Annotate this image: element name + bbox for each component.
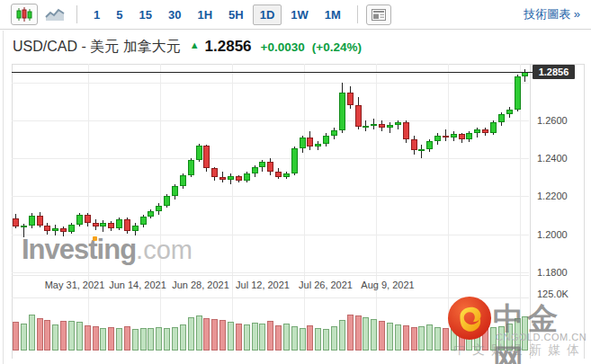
volume-bar <box>148 328 154 351</box>
horizontal-gridline <box>12 83 529 84</box>
candlestick <box>307 138 313 147</box>
candlestick <box>29 216 35 226</box>
investing-watermark-dot <box>93 236 97 241</box>
volume-bar <box>52 324 58 351</box>
candlestick <box>300 138 306 149</box>
volume-bar <box>21 324 27 351</box>
candlestick <box>259 162 265 167</box>
candlestick <box>52 228 58 231</box>
candlestick <box>283 173 290 177</box>
volume-bar <box>60 321 67 351</box>
volume-bar <box>291 326 298 351</box>
candlestick <box>490 122 497 134</box>
volume-bar <box>411 327 417 351</box>
candlestick <box>172 186 178 196</box>
volume-bar <box>236 324 242 351</box>
candlestick <box>156 206 162 211</box>
candlestick <box>418 149 425 151</box>
volume-bar <box>68 321 75 351</box>
volume-bar <box>363 317 369 351</box>
volume-bar <box>188 317 194 351</box>
volume-bar <box>307 325 313 351</box>
volume-bar <box>379 321 385 351</box>
volume-bar <box>331 326 337 351</box>
candlestick <box>315 144 321 146</box>
candlestick <box>76 215 83 225</box>
volume-bar <box>140 328 147 351</box>
volume-bar <box>13 322 19 351</box>
candle-wick <box>390 122 390 134</box>
current-price-line <box>12 72 533 73</box>
candlestick <box>85 215 91 223</box>
volume-bar <box>211 319 218 351</box>
candlestick <box>37 216 43 226</box>
candlestick <box>116 219 122 228</box>
candlestick <box>363 126 369 128</box>
candlestick <box>60 228 67 232</box>
volume-bar <box>259 324 265 351</box>
volume-bar <box>85 325 91 351</box>
candlestick <box>506 110 513 115</box>
candlestick <box>515 76 521 110</box>
investing-watermark: Investing.com <box>22 234 193 266</box>
pane-separator <box>12 275 529 276</box>
usdcad-chart-widget: 1515301H5H1D1W1M 技術圖表 » USD/CAD - 美元 加拿大… <box>0 0 591 364</box>
volume-bar <box>100 328 106 351</box>
volume-bar <box>172 327 178 351</box>
cngold-tagline: 中文财经新媒体 <box>453 342 586 359</box>
price-chart-area[interactable]: Investing.com 中金网 CNGOLD.COM.CN 中文财经新媒体 … <box>0 0 591 364</box>
volume-bar <box>426 324 433 351</box>
volume-bar <box>93 326 99 351</box>
horizontal-gridline <box>12 120 529 121</box>
candlestick <box>13 218 19 227</box>
candlestick <box>434 136 441 141</box>
candlestick <box>132 226 139 231</box>
price-axis-label: 1.1800 <box>537 267 568 278</box>
candlestick <box>443 136 449 138</box>
candlestick <box>331 130 337 136</box>
vertical-gridline <box>304 64 305 351</box>
vertical-gridline <box>376 64 377 351</box>
candlestick <box>180 175 186 187</box>
volume-bar <box>315 328 321 351</box>
candlestick <box>124 219 130 231</box>
candlestick <box>164 196 170 206</box>
volume-bar <box>252 323 258 351</box>
cngold-logo-icon <box>447 296 492 341</box>
volume-bar <box>44 320 50 351</box>
candlestick <box>371 124 377 126</box>
volume-bar <box>116 328 122 351</box>
volume-bar <box>267 321 273 351</box>
candlestick <box>108 223 114 228</box>
candlestick <box>93 223 99 226</box>
volume-bar <box>339 320 345 351</box>
candlestick <box>339 93 345 130</box>
candlestick <box>68 225 75 232</box>
volume-bar <box>323 329 329 351</box>
widget-left-edge <box>3 31 4 364</box>
volume-bar <box>76 322 83 351</box>
volume-bar <box>164 328 170 351</box>
candlestick <box>211 168 218 177</box>
candlestick <box>219 177 226 180</box>
price-axis-label: 1.2400 <box>537 153 568 164</box>
current-price-badge: 1.2856 <box>533 65 575 79</box>
vertical-gridline <box>88 64 89 351</box>
volume-bar <box>219 320 226 351</box>
candlestick <box>451 134 457 137</box>
horizontal-gridline <box>12 196 529 197</box>
candlestick <box>236 176 242 182</box>
cngold-domain: CNGOLD.COM.CN <box>496 332 587 342</box>
volume-bar <box>203 318 210 351</box>
candlestick <box>291 148 298 173</box>
candlestick <box>252 167 258 173</box>
volume-bar <box>196 315 202 351</box>
candlestick <box>140 217 147 225</box>
volume-bar <box>108 327 114 351</box>
candlestick <box>411 139 417 151</box>
volume-bar <box>132 329 139 351</box>
candlestick <box>355 105 362 127</box>
candlestick <box>228 176 234 180</box>
candlestick <box>426 141 433 149</box>
candlestick <box>395 122 401 125</box>
